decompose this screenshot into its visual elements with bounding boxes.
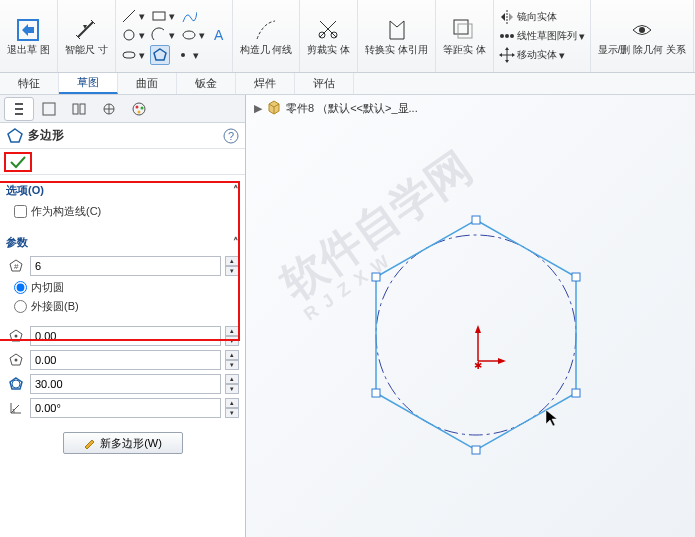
convert-body-label: 转换实 体引用 [365,44,428,55]
trim-button[interactable]: 剪裁实 体 [304,14,353,58]
corner-rect-tool[interactable]: ▾ [150,7,176,25]
graphics-area[interactable]: ▶ 零件8 （默认<<默认>_显... 软件自学网R J Z X W [246,95,695,537]
spline-tool[interactable] [180,7,198,25]
sides-icon: # [6,258,26,274]
text-tool[interactable]: A [210,26,228,44]
y-spinner[interactable]: ▴▾ [225,350,239,370]
convert-ent-label: 构造几 何线 [240,44,293,55]
svg-rect-12 [458,24,472,38]
breadcrumb-arrow-icon[interactable]: ▶ [254,102,262,115]
inscribed-radio[interactable] [14,281,27,294]
ellipse-tool[interactable]: ▾ [180,26,206,44]
trim-icon [316,17,342,43]
show-hide-relations-button[interactable]: 显示/删 除几何 关系 [595,14,689,58]
circumscribed-radio-row[interactable]: 外接圆(B) [4,297,241,316]
dia-spinner[interactable]: ▴▾ [225,374,239,394]
command-tabs: 特征 草图 曲面 钣金 焊件 评估 [0,73,695,95]
svg-text:?: ? [228,130,234,142]
svg-point-13 [500,34,504,38]
move-icon [499,47,515,63]
diameter-input[interactable] [30,374,221,394]
panel-tab-config[interactable] [64,97,94,121]
construction-checkbox[interactable] [14,205,27,218]
angle-spinner[interactable]: ▴▾ [225,398,239,418]
panel-tab-appearance[interactable] [124,97,154,121]
tab-evaluate[interactable]: 评估 [295,73,354,94]
svg-point-3 [124,30,134,40]
svg-marker-51 [475,325,481,333]
move-label: 移动实体 [517,48,557,62]
move-entities-button[interactable]: 移动实体▾ [498,46,586,64]
slot-tool[interactable]: ▾ [120,45,146,65]
tab-sheetmetal[interactable]: 钣金 [177,73,236,94]
diameter-row: ▴▾ [4,372,241,396]
exit-sketch-button[interactable]: 退出草 图 [4,14,53,58]
offset-icon [451,17,477,43]
inscribed-label: 内切圆 [31,280,64,295]
svg-point-39 [15,359,18,362]
options-header[interactable]: 选项(O) ˄ [4,179,241,202]
svg-point-14 [505,34,509,38]
center-x-input[interactable] [30,326,221,346]
mirror-button[interactable]: 镜向实体 [498,8,586,26]
tab-sketch[interactable]: 草图 [59,73,118,94]
panel-tab-feature-tree[interactable] [4,97,34,121]
pm-title: 多边形 [28,127,223,144]
construction-checkbox-row[interactable]: 作为构造线(C) [4,202,241,221]
sides-input[interactable] [30,256,221,276]
smart-dimension-button[interactable]: ▾ 智能尺 寸 [62,14,111,58]
ok-button[interactable] [4,152,32,172]
svg-rect-46 [572,389,580,397]
help-icon[interactable]: ? [223,128,239,144]
circumscribed-radio[interactable] [14,300,27,313]
svg-point-28 [136,105,139,108]
svg-point-16 [639,27,645,33]
x-spinner[interactable]: ▴▾ [225,326,239,346]
svg-rect-24 [73,104,78,114]
part-icon [266,99,282,117]
breadcrumb-doc[interactable]: 零件8 （默认<<默认>_显... [286,101,418,116]
mirror-label: 镜向实体 [517,10,557,24]
convert-construction-button[interactable]: 构造几 何线 [237,14,296,58]
tab-features[interactable]: 特征 [0,73,59,94]
svg-rect-6 [123,52,135,58]
panel-tab-dim[interactable] [94,97,124,121]
svg-point-8 [181,53,185,57]
chevron-up-icon: ˄ [233,236,239,249]
circle-tool[interactable]: ▾ [120,26,146,44]
tab-weldments[interactable]: 焊件 [236,73,295,94]
new-polygon-button[interactable]: 新多边形(W) [63,432,183,454]
pencil-icon [83,437,97,449]
inscribed-radio-row[interactable]: 内切圆 [4,278,241,297]
trim-label: 剪裁实 体 [307,44,350,55]
sides-spinner[interactable]: ▴▾ [225,256,239,276]
svg-text:▾: ▾ [83,22,87,31]
panel-tabs [0,95,245,123]
center-y-input[interactable] [30,350,221,370]
svg-text:#: # [14,262,19,271]
offset-entities-button[interactable]: 等距实 体 [440,14,489,58]
circumscribed-label: 外接圆(B) [31,299,79,314]
convert-entities-button[interactable]: 转换实 体引用 [362,14,431,58]
relations-icon [629,17,655,43]
svg-rect-44 [472,216,480,224]
svg-rect-49 [372,273,380,281]
svg-rect-48 [372,389,380,397]
arc-tool[interactable]: ▾ [150,26,176,44]
svg-text:A: A [214,27,224,43]
params-label: 参数 [6,235,28,250]
svg-point-15 [510,34,514,38]
center-x-row: ▴▾ [4,324,241,348]
params-header[interactable]: 参数 ˄ [4,231,241,254]
polygon-tool[interactable] [150,45,170,65]
tab-surfaces[interactable]: 曲面 [118,73,177,94]
svg-point-41 [12,380,20,388]
options-label: 选项(O) [6,183,44,198]
line-tool[interactable]: ▾ [120,7,146,25]
linear-pattern-button[interactable]: 线性草图阵列▾ [498,27,586,45]
svg-marker-53 [498,358,506,364]
angle-input[interactable] [30,398,221,418]
offset-label: 等距实 体 [443,44,486,55]
panel-tab-property[interactable] [34,97,64,121]
point-tool[interactable]: ▾ [174,45,200,65]
